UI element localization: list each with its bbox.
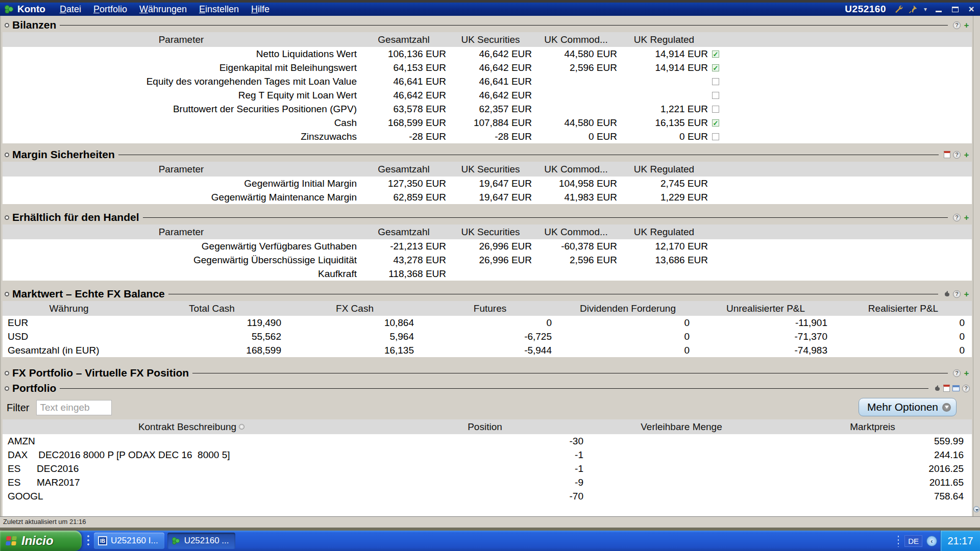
close-button[interactable]: ×	[966, 5, 977, 14]
bilanzen-column-headers: Parameter Gesamtzahl UK Securities UK Co…	[3, 32, 972, 47]
row-checkbox[interactable]	[712, 119, 719, 127]
menu-datei[interactable]: Datei	[55, 4, 86, 15]
scrollbar[interactable]	[973, 16, 980, 516]
col-marktpreis[interactable]: Marktpreis	[773, 419, 972, 434]
col-futures: Futures	[421, 301, 559, 316]
question-icon[interactable]	[953, 214, 961, 221]
row-label: Gegenwärtig Überschüssige Liquidität	[3, 253, 360, 267]
cell-uk-securities: 26,996 EUR	[448, 253, 533, 267]
more-options-button[interactable]: Mehr Optionen	[859, 398, 957, 416]
quick-launch-separator[interactable]	[86, 534, 91, 547]
taskbar-clock[interactable]: 21:17	[940, 531, 980, 551]
add-icon[interactable]	[963, 21, 970, 29]
divider-line	[60, 388, 928, 389]
taskbar-button-tws[interactable]: IB U252160 I...	[94, 533, 164, 549]
menu-hilfe[interactable]: Hilfe	[246, 4, 275, 15]
add-icon[interactable]	[963, 151, 970, 159]
table-row[interactable]: ES MAR2017 -9 2011.65	[3, 475, 972, 489]
col-kontrakt-beschreibung[interactable]: Kontrakt Beschreibung	[138, 419, 236, 434]
row-label: Netto Liquidations Wert	[3, 47, 360, 61]
row-checkbox[interactable]	[712, 92, 719, 99]
scroll-down-icon[interactable]	[973, 506, 979, 512]
question-icon[interactable]	[953, 290, 961, 298]
cell-uk-securities: -28 EUR	[448, 130, 533, 143]
cell-uk-commodities: 44,580 EUR	[533, 116, 619, 130]
add-icon[interactable]	[963, 290, 970, 298]
wrench-icon[interactable]	[894, 5, 903, 14]
table-row: Gegenwärtig Initial Margin 127,350 EUR 1…	[3, 177, 972, 190]
col-waehrung: Währung	[3, 301, 135, 316]
collapse-toggle-icon[interactable]	[5, 386, 9, 391]
collapse-toggle-icon[interactable]	[5, 23, 9, 28]
sort-indicator-icon[interactable]	[239, 424, 244, 430]
add-icon[interactable]	[963, 214, 970, 221]
cell-futures: 0	[421, 316, 559, 330]
collapse-toggle-icon[interactable]	[5, 153, 9, 157]
question-icon[interactable]	[953, 369, 961, 377]
question-icon[interactable]	[953, 21, 961, 29]
question-icon[interactable]	[953, 151, 961, 159]
cell-gesamtzahl: -21,213 EUR	[360, 239, 448, 253]
row-checkbox[interactable]	[712, 106, 719, 113]
cell-currency: USD	[3, 330, 135, 343]
tray-collapse-icon[interactable]: ‹	[926, 536, 937, 546]
language-indicator[interactable]: DE	[904, 535, 922, 547]
cell-uk-regulated: 16,135 EUR	[619, 116, 709, 130]
divider-line	[60, 25, 948, 26]
calendar-icon[interactable]	[943, 385, 950, 392]
table-row: Bruttowert der Securities Positionen (GP…	[3, 102, 972, 116]
add-icon[interactable]	[963, 369, 970, 377]
start-button[interactable]: Inicio	[0, 531, 82, 551]
row-checkbox[interactable]	[712, 51, 719, 58]
row-checkbox[interactable]	[712, 64, 719, 71]
window-icon[interactable]	[952, 385, 960, 391]
hand-icon[interactable]	[943, 290, 950, 297]
cell-contract: ES MAR2017	[3, 475, 380, 489]
table-row[interactable]: AMZN -30 559.99	[3, 434, 972, 448]
start-label: Inicio	[21, 534, 54, 548]
menu-portfolio[interactable]: Portfolio	[88, 4, 132, 15]
caret-down-icon[interactable]: ▾	[924, 6, 927, 13]
row-checkbox[interactable]	[712, 78, 719, 85]
cell-fx-cash: 10,864	[288, 316, 421, 330]
calendar-icon[interactable]	[944, 151, 950, 158]
collapse-toggle-icon[interactable]	[5, 292, 9, 296]
maximize-button[interactable]	[949, 5, 961, 14]
question-icon[interactable]	[962, 385, 970, 392]
cell-uk-securities: 26,996 EUR	[448, 239, 533, 253]
cell-uk-commodities: 104,958 EUR	[533, 177, 619, 190]
hand-icon[interactable]	[934, 385, 941, 392]
filter-input[interactable]	[36, 400, 112, 415]
table-row[interactable]: DAX DEC2016 8000 P [P ODAX DEC 16 8000 5…	[3, 448, 972, 462]
cell-gesamtzahl: 64,153 EUR	[360, 61, 448, 74]
table-row: Gesamtzahl (in EUR) 168,599 16,135 -5,94…	[3, 343, 972, 357]
account-window-content: Bilanzen Parameter Gesamtzahl UK Securit…	[0, 16, 980, 516]
tray-handle[interactable]	[896, 535, 900, 547]
menu-waehrungen[interactable]: Währungen	[134, 4, 192, 15]
dropdown-arrow-icon	[942, 403, 951, 412]
col-uk-commodities: UK Commod...	[533, 32, 619, 47]
row-checkbox[interactable]	[712, 133, 719, 140]
handel-column-headers: Parameter Gesamtzahl UK Securities UK Co…	[3, 224, 972, 239]
col-position[interactable]: Position	[380, 419, 590, 434]
row-label: Gegenwärtig Maintenance Margin	[3, 190, 360, 204]
taskbar-button-konto[interactable]: U252160 ...	[167, 533, 235, 549]
cell-lendable	[590, 434, 773, 448]
divider-line	[192, 373, 948, 373]
table-row[interactable]: ES DEC2016 -1 2016.25	[3, 462, 972, 475]
section-portfolio: Portfolio	[3, 381, 972, 396]
cell-realisierter-pl: 0	[835, 316, 972, 330]
cell-market-price: 559.99	[773, 434, 972, 448]
table-row[interactable]: GOOGL -70 758.64	[3, 489, 972, 503]
cell-uk-regulated	[619, 74, 709, 88]
minimize-button[interactable]	[933, 5, 944, 14]
col-verleihbare-menge[interactable]: Verleihbare Menge	[590, 419, 773, 434]
cell-total-cash: 168,599	[135, 343, 288, 357]
section-handel: Erhältlich für den Handel	[3, 210, 972, 224]
col-total-cash: Total Cash	[135, 301, 288, 316]
pin-icon[interactable]	[909, 5, 918, 14]
collapse-toggle-icon[interactable]	[5, 371, 9, 375]
app-title: Konto	[17, 4, 45, 15]
collapse-toggle-icon[interactable]	[5, 215, 9, 220]
menu-einstellen[interactable]: Einstellen	[194, 4, 244, 15]
